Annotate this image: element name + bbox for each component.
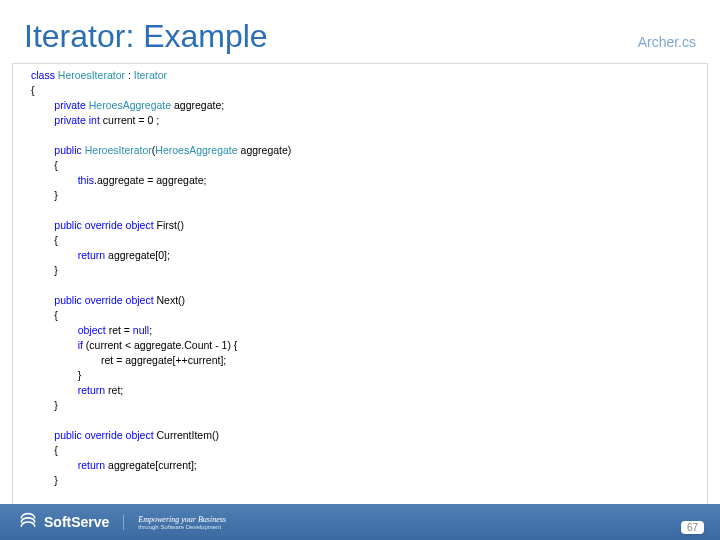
code-container: class HeroesIterator : Iterator { privat…	[12, 63, 708, 504]
softserve-icon	[18, 512, 38, 532]
slide-title: Iterator: Example	[24, 18, 268, 55]
page-number: 67	[681, 521, 704, 534]
code-block: class HeroesIterator : Iterator { privat…	[31, 68, 699, 504]
tagline-main: Empowering your Business	[138, 515, 226, 524]
brand-tagline: Empowering your Business through Softwar…	[123, 515, 226, 530]
slide-filename: Archer.cs	[638, 34, 696, 50]
slide-header: Iterator: Example Archer.cs	[0, 0, 720, 63]
brand-name: SoftServe	[44, 514, 109, 530]
brand-logo: SoftServe	[0, 504, 109, 540]
slide: Iterator: Example Archer.cs class Heroes…	[0, 0, 720, 540]
tagline-sub: through Software Development	[138, 524, 226, 530]
slide-footer: SoftServe Empowering your Business throu…	[0, 504, 720, 540]
